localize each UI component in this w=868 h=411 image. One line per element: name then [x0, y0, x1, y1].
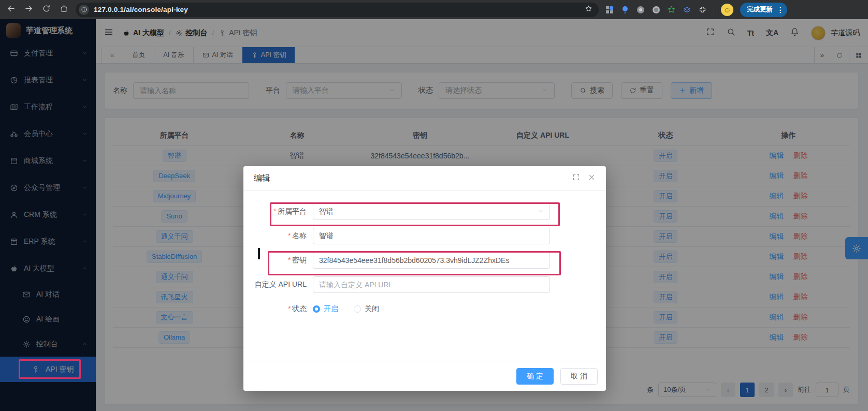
browser-profile-avatar[interactable]: ☺	[721, 4, 733, 16]
browser-toolbar: 127.0.0.1/ai/console/api-key ☺ 完成更新 ⋮	[0, 0, 868, 19]
dialog-header: 编辑	[243, 166, 606, 190]
url-input-wrap	[313, 276, 550, 293]
extension-circle-icon[interactable]	[636, 5, 645, 14]
cancel-button[interactable]: 取 消	[560, 368, 598, 385]
annotation-box-platform	[270, 202, 560, 226]
browser-forward-icon[interactable]	[23, 4, 34, 15]
toolbar-divider	[714, 6, 714, 14]
site-info-icon[interactable]	[79, 5, 89, 15]
dialog-footer: 确 定 取 消	[243, 361, 606, 391]
name-field-label: 名称	[292, 231, 307, 240]
url-field-label: 自定义 API URL	[255, 280, 307, 288]
name-input[interactable]	[319, 232, 544, 240]
form-row-status: *状态 开启 关闭	[243, 301, 606, 317]
extension-layers-icon[interactable]	[683, 5, 691, 14]
extension-grid-icon[interactable]	[605, 5, 614, 14]
extensions-row: ☺ 完成更新 ⋮	[605, 3, 787, 17]
annotation-box-key	[268, 251, 561, 275]
status-radio-on[interactable]: 开启	[313, 304, 338, 314]
address-bar[interactable]: 127.0.0.1/ai/console/api-key	[76, 3, 599, 17]
radio-selected-icon	[313, 305, 320, 313]
extension-balloon-icon[interactable]	[620, 5, 629, 14]
dialog-fullscreen-icon[interactable]	[572, 173, 580, 183]
browser-home-icon[interactable]	[58, 4, 69, 15]
browser-reload-icon[interactable]	[40, 4, 52, 15]
form-row-url: 自定义 API URL	[243, 276, 606, 293]
dialog-title: 编辑	[254, 173, 270, 184]
status-field-label: 状态	[292, 304, 307, 313]
browser-menu-icon[interactable]: ⋮	[777, 6, 784, 14]
text-caret-artifact	[258, 248, 260, 259]
confirm-button[interactable]: 确 定	[516, 368, 554, 385]
edit-dialog: 编辑 *所属平台 智谱 *名称 *密钥	[243, 166, 606, 391]
update-label: 完成更新	[747, 5, 773, 14]
url-text[interactable]: 127.0.0.1/ai/console/api-key	[94, 6, 188, 13]
extension-dot-icon[interactable]	[652, 5, 660, 14]
extension-star-icon[interactable]	[667, 5, 676, 14]
extensions-puzzle-icon[interactable]	[698, 5, 707, 14]
status-radio-off[interactable]: 关闭	[354, 304, 379, 314]
url-input[interactable]	[319, 281, 544, 289]
form-row-name: *名称	[243, 228, 606, 244]
bookmark-star-icon[interactable]	[585, 5, 592, 14]
dialog-close-icon[interactable]	[588, 173, 596, 183]
annotation-box-sidebar	[19, 359, 81, 379]
required-asterisk: *	[288, 304, 291, 313]
name-input-wrap	[313, 228, 550, 244]
browser-back-icon[interactable]	[5, 4, 17, 15]
required-asterisk: *	[288, 231, 291, 240]
radio-unselected-icon	[354, 305, 361, 313]
chrome-update-button[interactable]: 完成更新 ⋮	[740, 3, 787, 17]
